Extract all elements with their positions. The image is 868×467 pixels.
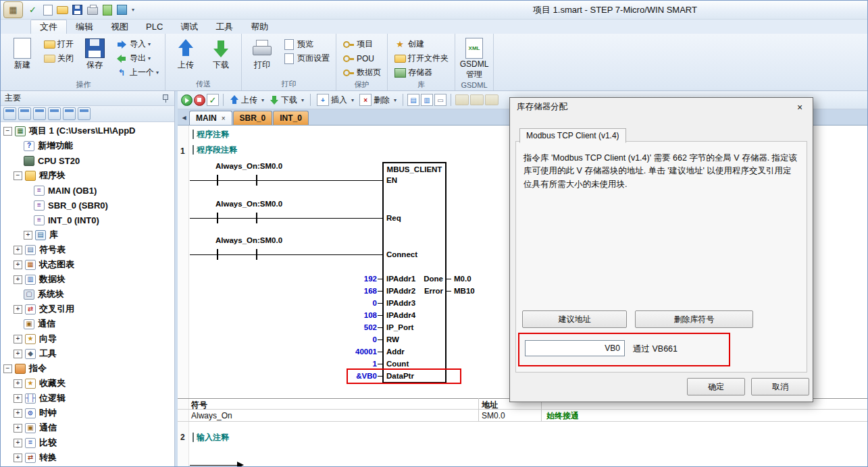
menu-tab-tools[interactable]: 工具	[207, 20, 242, 34]
print-icon[interactable]	[86, 3, 99, 16]
expand-icon[interactable]: +	[14, 424, 22, 433]
address-input[interactable]	[525, 340, 625, 356]
sidebar-toolbar-icon-4[interactable]	[48, 107, 61, 120]
new-button[interactable]: 新建	[5, 35, 40, 80]
collapse-icon[interactable]: −	[3, 127, 12, 136]
expand-icon[interactable]: +	[24, 231, 32, 240]
tab-main[interactable]: MAIN×	[189, 111, 232, 125]
pin-value-DataPtr[interactable]: &VB0	[323, 371, 377, 381]
symbol-cell[interactable]: Always_On	[191, 411, 232, 420]
run-button[interactable]	[181, 94, 193, 106]
expand-icon[interactable]: +	[14, 305, 22, 314]
customize-caret-icon[interactable]: ▾	[132, 7, 134, 13]
cancel-button[interactable]: 取消	[751, 378, 809, 395]
tree-item-int-block[interactable]: ≡INT_0 (INT0)	[1, 213, 174, 227]
preview-button[interactable]: 预览	[280, 37, 333, 51]
stop-button[interactable]	[194, 94, 205, 106]
pin-value-Done[interactable]: M0.0	[454, 274, 471, 283]
tree-item-instructions[interactable]: −指令	[1, 361, 174, 376]
tree-item-communication[interactable]: ▣通信	[1, 317, 174, 331]
download-toolbar-button[interactable]: 下载▾	[267, 92, 306, 107]
tab-sbr0[interactable]: SBR_0	[233, 111, 273, 125]
expand-icon[interactable]: +	[14, 454, 22, 462]
collapse-icon[interactable]: −	[3, 364, 12, 373]
tree-item-new-features[interactable]: ?新增功能	[1, 138, 174, 153]
app-menu-icon[interactable]: ▦	[3, 1, 23, 18]
sidebar-toolbar-icon-6[interactable]	[78, 107, 91, 120]
editor-toolbar-extra-icon-2[interactable]: ▥	[421, 94, 433, 106]
editor-toolbar-folder-icon-3[interactable]	[485, 94, 499, 105]
contact-operand[interactable]: Always_On:SM0.0	[215, 199, 282, 209]
pin-value-IPAddr2[interactable]: 168	[323, 286, 377, 296]
download-button[interactable]: 下载	[203, 35, 238, 79]
sidebar-toolbar-icon-2[interactable]	[18, 107, 31, 120]
tab-int0[interactable]: INT_0	[273, 111, 309, 125]
suggest-address-button[interactable]: 建议地址	[522, 310, 627, 328]
pin-value-Count[interactable]: 1	[323, 359, 377, 368]
tree-item-wizard[interactable]: +★向导	[1, 331, 174, 346]
delete-button[interactable]: ×删除▾	[357, 92, 399, 107]
tree-item-tools[interactable]: +◆工具	[1, 346, 174, 361]
editor-toolbar-folder-icon-1[interactable]	[455, 94, 469, 105]
insert-button[interactable]: +插入▾	[315, 92, 356, 107]
pin-value-IPAddr1[interactable]: 192	[323, 274, 377, 283]
gsdml-manage-button[interactable]: XML GSDML 管理	[458, 35, 490, 81]
network-comment[interactable]: 输入注释	[193, 433, 229, 442]
tree-item-project[interactable]: −▦项目 1 (C:\Users\LH\AppD	[1, 123, 174, 138]
contact-operand[interactable]: Always_On:SM0.0	[215, 161, 282, 171]
tree-item-convert[interactable]: +⇄转换	[1, 450, 174, 465]
tree-item-library[interactable]: +▤库	[1, 227, 174, 242]
editor-toolbar-extra-icon-3[interactable]: ▭	[434, 94, 446, 106]
collapse-icon[interactable]: −	[14, 171, 22, 180]
import-button[interactable]: 导入▾	[112, 37, 162, 51]
tree-item-status-chart[interactable]: +▦状态图表	[1, 257, 174, 272]
editor-toolbar-extra-icon-1[interactable]: ▤	[407, 94, 419, 106]
protect-project-button[interactable]: 项目	[339, 37, 384, 51]
pin-value-Error[interactable]: MB10	[454, 286, 475, 296]
paste-icon[interactable]	[101, 3, 113, 16]
tree-item-favorites[interactable]: +★收藏夹	[1, 376, 174, 391]
expand-icon[interactable]: +	[14, 275, 22, 284]
tree-item-program-block[interactable]: −程序块	[1, 168, 174, 183]
menu-tab-view[interactable]: 视图	[102, 20, 137, 34]
comment-cell[interactable]: 始终接通	[546, 411, 579, 420]
open-button[interactable]: 打开	[40, 37, 77, 51]
pin-value-IPAddr3[interactable]: 0	[323, 298, 377, 308]
menu-tab-edit[interactable]: 编辑	[67, 20, 102, 34]
tree-item-cross-reference[interactable]: +⇄交叉引用	[1, 302, 174, 317]
sidebar-toolbar-icon-3[interactable]	[33, 107, 46, 120]
compile-button[interactable]: ✓	[207, 94, 219, 106]
page-setup-button[interactable]: 页面设置	[280, 51, 333, 65]
previous-button[interactable]: ↰上一个▾	[112, 65, 162, 80]
expand-icon[interactable]: +	[14, 350, 22, 358]
library-create-button[interactable]: ★创建	[390, 37, 452, 51]
tree-item-comm-instructions[interactable]: +▣通信	[1, 420, 174, 435]
save-icon[interactable]	[71, 3, 84, 16]
expand-icon[interactable]: +	[14, 394, 22, 403]
new-document-icon[interactable]	[41, 3, 54, 16]
tree-item-data-block[interactable]: +▥数据块	[1, 272, 174, 287]
menu-tab-help[interactable]: 帮助	[242, 20, 277, 34]
network-comment[interactable]: 程序段注释	[193, 145, 237, 155]
compile-check-icon[interactable]: ✓	[26, 3, 39, 16]
expand-icon[interactable]: +	[14, 246, 22, 254]
open-folder-icon[interactable]	[56, 3, 69, 16]
contact-operand[interactable]: Always_On:SM0.0	[215, 236, 282, 245]
tree-item-main-block[interactable]: ≡MAIN (OB1)	[1, 183, 174, 198]
tree-item-cpu[interactable]: CPU ST20	[1, 153, 174, 168]
library-open-folder-button[interactable]: 打开文件夹	[390, 51, 452, 65]
tree-item-clock[interactable]: +⊙时钟	[1, 406, 174, 420]
tree-item-sbr-block[interactable]: ≡SBR_0 (SBR0)	[1, 198, 174, 213]
upload-button[interactable]: 上传	[168, 35, 203, 79]
pin-icon[interactable]	[161, 94, 170, 103]
sidebar-toolbar-icon-1[interactable]	[3, 107, 16, 120]
address-cell[interactable]: SM0.0	[482, 411, 505, 420]
library-book-icon[interactable]	[116, 3, 128, 16]
export-button[interactable]: 导出▾	[112, 51, 162, 65]
protect-pou-button[interactable]: POU	[339, 51, 384, 65]
ok-button[interactable]: 确定	[687, 378, 745, 395]
expand-icon[interactable]: +	[14, 439, 22, 447]
expand-icon[interactable]: +	[14, 379, 22, 388]
library-memory-button[interactable]: 存储器	[390, 65, 452, 80]
pin-value-IPAddr4[interactable]: 108	[323, 310, 377, 320]
